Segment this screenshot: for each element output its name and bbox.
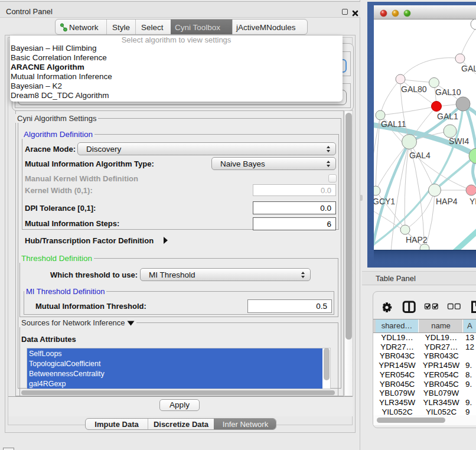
svg-text:GAL10: GAL10 bbox=[435, 87, 461, 97]
svg-text:YP: YP bbox=[470, 197, 476, 206]
svg-text:GCY1: GCY1 bbox=[374, 197, 395, 206]
svg-text:SWI4: SWI4 bbox=[449, 136, 469, 146]
svg-text:GAL11: GAL11 bbox=[381, 119, 406, 129]
svg-text:HAP2: HAP2 bbox=[406, 235, 428, 244]
svg-text:GAL4: GAL4 bbox=[409, 151, 431, 160]
svg-text:GAL2: GAL2 bbox=[461, 64, 476, 73]
svg-text:GAL80: GAL80 bbox=[401, 84, 427, 94]
svg-text:GAL1: GAL1 bbox=[437, 112, 458, 121]
svg-text:HAP4: HAP4 bbox=[436, 197, 458, 206]
